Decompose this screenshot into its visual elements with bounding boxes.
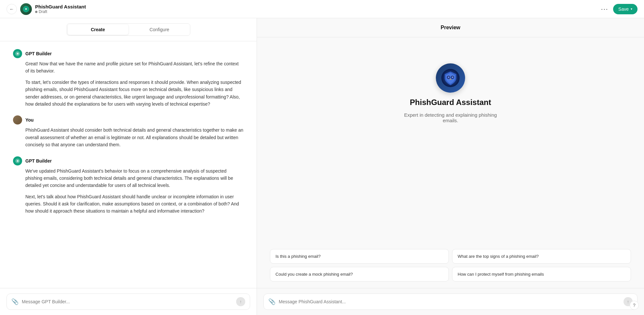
preview-header: Preview: [257, 18, 644, 37]
svg-text:✦: ✦: [24, 7, 28, 11]
sender-name: GPT Builder: [25, 51, 52, 56]
message-row: ✦ GPT Builder Great! Now that we have th…: [13, 49, 244, 108]
app-avatar: ✦: [20, 3, 32, 15]
tab-configure[interactable]: Configure: [129, 24, 190, 35]
save-chevron-icon: ▾: [631, 7, 632, 11]
draft-badge: Draft: [35, 9, 86, 14]
message-body-user: PhishGuard Assistant should consider bot…: [25, 126, 244, 148]
header-right: ··· Save ▾: [599, 4, 637, 14]
tab-container: Create Configure: [67, 23, 190, 36]
preview-app-name: PhishGuard Assistant: [410, 98, 491, 107]
suggestion-chip-1[interactable]: What are the top signs of a phishing ema…: [452, 249, 631, 264]
svg-point-11: [449, 77, 449, 77]
message-body-gpt-2: We've updated PhishGuard Assistant's beh…: [25, 167, 244, 215]
preview-app-icon: [436, 63, 465, 93]
message-row: ✦ GPT Builder We've updated PhishGuard A…: [13, 156, 244, 215]
preview-center: PhishGuard Assistant Expert in detecting…: [398, 63, 503, 123]
suggestion-chip-3[interactable]: How can I protect myself from phishing e…: [452, 267, 631, 282]
right-send-icon: ↑: [627, 299, 629, 304]
tabs-bar: Create Configure: [0, 18, 257, 41]
preview-body: PhishGuard Assistant Expert in detecting…: [257, 37, 644, 288]
suggestion-chip-2[interactable]: Could you create a mock phishing email?: [270, 267, 449, 282]
gpt-avatar: ✦: [13, 49, 22, 58]
phishguard-input[interactable]: [279, 299, 620, 304]
more-button[interactable]: ···: [599, 4, 610, 14]
app-name-label: PhishGuard Assistant: [35, 4, 86, 9]
attach-icon: 📎: [11, 298, 19, 305]
header-title-block: PhishGuard Assistant Draft: [35, 4, 86, 14]
svg-text:✦: ✦: [16, 52, 19, 56]
message-para: PhishGuard Assistant should consider bot…: [25, 126, 244, 148]
svg-point-12: [452, 77, 453, 77]
right-attach-button[interactable]: 📎: [268, 298, 275, 305]
back-button[interactable]: ←: [7, 4, 17, 14]
more-icon: ···: [601, 5, 609, 13]
preview-app-subtitle: Expert in detecting and explaining phish…: [398, 112, 503, 123]
attach-button[interactable]: 📎: [11, 298, 19, 305]
sender-name: You: [25, 117, 34, 123]
help-button[interactable]: ?: [630, 301, 639, 310]
draft-label: Draft: [39, 9, 47, 14]
message-para-1: We've updated PhishGuard Assistant's beh…: [25, 167, 244, 189]
svg-point-10: [451, 76, 453, 78]
back-icon: ←: [9, 7, 14, 12]
header-left: ← ✦ PhishGuard Assistant Draft: [7, 3, 86, 15]
help-icon: ?: [633, 303, 636, 308]
gpt-avatar: ✦: [13, 156, 22, 165]
sender-name: GPT Builder: [25, 158, 52, 164]
user-avatar-circle: [13, 115, 22, 125]
preview-title-label: Preview: [441, 25, 460, 30]
message-para-1: Great! Now that we have the name and pro…: [25, 60, 244, 75]
message-header-gpt-1: ✦ GPT Builder: [13, 49, 244, 58]
message-body-gpt-1: Great! Now that we have the name and pro…: [25, 60, 244, 108]
save-button[interactable]: Save ▾: [613, 4, 637, 14]
left-input-box: 📎 ↑: [7, 294, 250, 310]
left-input-area: 📎 ↑: [0, 288, 257, 315]
right-attach-icon: 📎: [268, 298, 275, 305]
save-label: Save: [618, 7, 629, 12]
draft-dot: [35, 11, 37, 13]
right-panel-wrapper: Preview: [257, 18, 644, 315]
send-button[interactable]: ↑: [236, 297, 245, 306]
tab-create[interactable]: Create: [68, 24, 128, 35]
chat-area: ✦ GPT Builder Great! Now that we have th…: [0, 41, 257, 288]
gpt-builder-input[interactable]: [22, 299, 233, 304]
svg-point-9: [448, 76, 449, 78]
message-para-2: To start, let's consider the types of in…: [25, 79, 244, 108]
app-header: ← ✦ PhishGuard Assistant Draft ··· Save …: [0, 0, 644, 18]
message-row: You PhishGuard Assistant should consider…: [13, 115, 244, 148]
left-panel: Create Configure ✦ GPT Builder Great! No…: [0, 18, 257, 315]
main-content: Create Configure ✦ GPT Builder Great! No…: [0, 18, 644, 315]
suggestion-chip-0[interactable]: Is this a phishing email?: [270, 249, 449, 264]
suggestion-chips: Is this a phishing email? What are the t…: [270, 243, 631, 288]
message-header-gpt-2: ✦ GPT Builder: [13, 156, 244, 165]
message-para-2: Next, let's talk about how PhishGuard As…: [25, 193, 244, 215]
right-input-box: 📎 ↑: [263, 294, 637, 310]
user-avatar: [13, 115, 22, 125]
right-input-area: 📎 ↑: [257, 288, 644, 315]
send-icon: ↑: [240, 299, 242, 304]
message-header-user: You: [13, 115, 244, 125]
right-panel: Preview: [257, 18, 644, 315]
svg-text:✦: ✦: [16, 159, 19, 163]
